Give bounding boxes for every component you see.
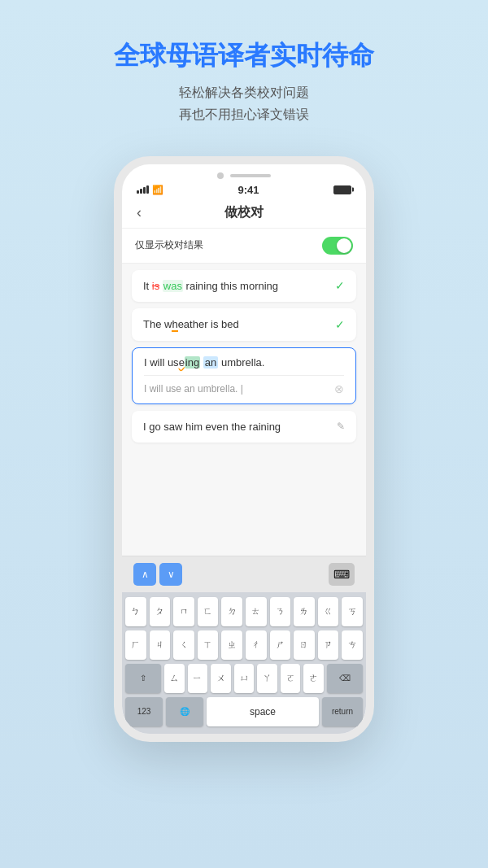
up-arrow-button[interactable]: ∧ [133,563,156,586]
keyboard-row-2: ㄏ ㄐ ㄑ ㄒ ㄓ ㄔ ㄕ ㄖ ㄗ ㄘ [125,630,363,660]
key-j[interactable]: ㄐ [150,630,171,660]
key-n[interactable]: ㄋ [270,597,291,626]
text-replacement-was: was [163,280,183,292]
correction-list: It is was raining this morning ✓ The whe… [122,264,366,556]
nav-title: 做校对 [224,204,264,221]
nav-bar: ‹ 做校对 [122,199,366,229]
space-key[interactable]: space [207,697,319,726]
return-key[interactable]: return [322,697,363,726]
keyboard-row-3: ⇧ ㄙ ㄧ ㄨ ㄩ ㄚ ㄛ ㄜ ⌫ [125,664,363,693]
correction-item-2[interactable]: The wheather is bed ✓ [132,308,356,341]
key-yu[interactable]: ㄩ [234,664,255,693]
active-input-placeholder: I will use an umbrella. | [144,383,243,395]
key-d[interactable]: ㄉ [221,597,242,626]
down-arrow-icon: ∨ [168,569,175,580]
key-zh[interactable]: ㄓ [221,630,242,660]
key-q[interactable]: ㄑ [173,630,194,660]
status-time: 9:41 [237,184,259,196]
active-edit-item[interactable]: I will useing an umbrella. I will use an… [132,347,356,404]
key-h[interactable]: ㄏ [125,630,146,660]
key-e[interactable]: ㄜ [303,664,324,693]
key-o[interactable]: ㄛ [281,664,301,693]
text-normal: It [143,280,152,292]
clear-icon[interactable]: ⊗ [334,382,344,395]
key-z[interactable]: ㄗ [318,630,339,660]
key-p[interactable]: ㄆ [150,597,171,626]
key-g[interactable]: ㄍ [318,597,339,626]
signal-bar-1 [137,190,139,194]
key-b[interactable]: ㄅ [125,597,146,626]
battery-icon [333,185,351,194]
key-wu[interactable]: ㄨ [211,664,231,693]
page-title: 全球母语译者实时待命 [33,39,455,73]
page-header: 全球母语译者实时待命 轻松解决各类校对问题 再也不用担心译文错误 [0,0,488,148]
keyboard-icon: ⌨ [333,568,350,581]
back-button[interactable]: ‹ [137,204,142,221]
status-bar: 📶 9:41 [122,179,366,199]
page-subtitle2: 再也不用担心译文错误 [33,107,455,124]
phone-mockup: 📶 9:41 ‹ 做校对 仅显示校对结果 [0,156,488,742]
status-right [333,185,351,194]
phone-speaker [230,174,271,177]
key-yi[interactable]: ㄧ [188,664,208,693]
key-c[interactable]: ㄘ [342,630,363,660]
keyboard-area: ㄅ ㄆ ㄇ ㄈ ㄉ ㄊ ㄋ ㄌ ㄍ ㄎ ㄏ ㄐ [122,592,366,734]
keyboard-toggle-button[interactable]: ⌨ [329,563,355,586]
nav-arrows: ∧ ∨ [133,563,182,586]
key-x[interactable]: ㄒ [198,630,219,660]
text-an-highlight: an [203,356,218,369]
toggle-switch[interactable] [322,237,353,255]
check-icon-2: ✓ [335,318,345,331]
key-m[interactable]: ㄇ [173,597,194,626]
phone-camera [217,172,224,179]
check-icon-1: ✓ [335,279,345,292]
wifi-icon: 📶 [152,185,163,195]
signal-bar-2 [140,189,142,194]
status-left: 📶 [137,185,163,195]
numbers-key[interactable]: 123 [125,697,163,726]
key-r[interactable]: ㄖ [294,630,315,660]
signal-bars [137,185,149,194]
toggle-label: 仅显示校对结果 [135,238,203,252]
down-arrow-button[interactable]: ∨ [159,563,182,586]
app-content: 仅显示校对结果 It is was raining this morning ✓ [122,229,366,734]
text-i-will-us: I will us [144,356,179,369]
text-tail: raining this morning [183,280,278,292]
edit-icon[interactable]: ✎ [337,421,345,432]
correction-item-last[interactable]: I go saw him even the raining ✎ [132,411,356,443]
correction-text-2: The wheather is bed [143,316,329,333]
text-umbrella: umbrella. [218,356,264,369]
phone-top-bar [122,164,366,179]
emoji-key[interactable]: 🌐 [166,697,203,726]
toggle-row: 仅显示校对结果 [122,229,366,264]
text-e-underline: e [179,356,185,369]
toggle-knob [337,238,351,253]
keyboard-row-1: ㄅ ㄆ ㄇ ㄈ ㄉ ㄊ ㄋ ㄌ ㄍ ㄎ [125,597,363,626]
last-item-text: I go saw him even the raining [143,419,330,435]
text-underline-h: h [172,318,177,332]
key-sh[interactable]: ㄕ [270,630,291,660]
key-l[interactable]: ㄌ [294,597,315,626]
text-eather: eather is bed [178,318,239,330]
signal-bar-4 [146,185,149,194]
text-the-w: The w [143,318,172,330]
active-main-text: I will useing an umbrella. [144,356,344,369]
key-s[interactable]: ㄙ [164,664,185,693]
text-strikethrough-is: is [152,280,159,292]
signal-bar-3 [143,187,146,194]
key-ch[interactable]: ㄔ [246,630,267,660]
text-ing-highlight: ing [185,356,200,369]
toolbar-row: ∧ ∨ ⌨ [122,556,366,592]
keyboard-row-4: 123 🌐 space return [125,697,363,726]
key-t[interactable]: ㄊ [246,597,267,626]
key-a[interactable]: ㄚ [257,664,277,693]
delete-key[interactable]: ⌫ [327,664,363,693]
correction-text-1: It is was raining this morning [143,278,329,294]
shift-key[interactable]: ⇧ [125,664,161,693]
page-subtitle1: 轻松解决各类校对问题 [33,85,455,102]
correction-item-1[interactable]: It is was raining this morning ✓ [132,270,356,303]
key-k[interactable]: ㄎ [342,597,363,626]
key-f[interactable]: ㄈ [198,597,219,626]
up-arrow-icon: ∧ [142,569,149,580]
active-input-row: I will use an umbrella. | ⊗ [144,375,344,395]
